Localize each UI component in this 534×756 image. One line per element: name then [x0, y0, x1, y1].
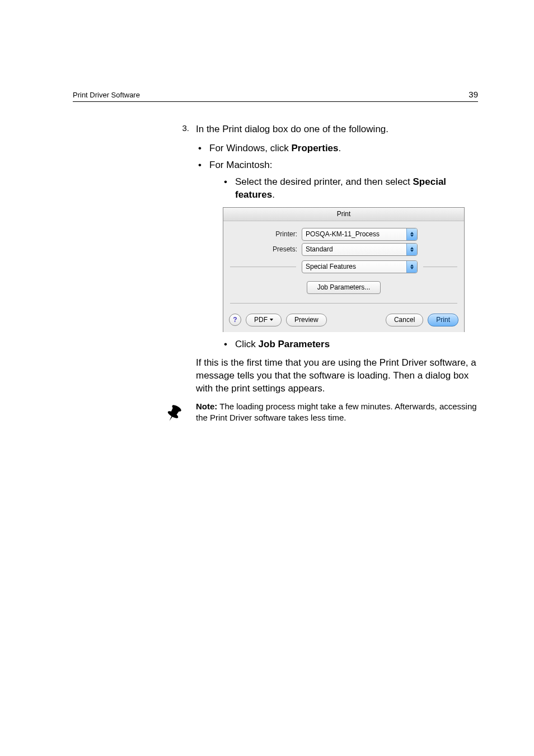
pane-select[interactable]: Special Features: [302, 260, 418, 273]
preview-button[interactable]: Preview: [286, 314, 327, 326]
dropdown-arrows-icon: [406, 261, 417, 273]
help-button[interactable]: ?: [229, 314, 241, 326]
help-icon: ?: [233, 315, 237, 325]
printer-label: Printer:: [230, 230, 302, 239]
preview-label: Preview: [294, 315, 318, 325]
sub-bullet-suffix: .: [272, 189, 275, 200]
bullet-windows: For Windows, click Properties.: [196, 142, 478, 155]
presets-select-value: Standard: [302, 244, 406, 255]
presets-select[interactable]: Standard: [302, 243, 418, 256]
body-paragraph: If this is the first time that you are u…: [174, 357, 478, 395]
step-text: In the Print dialog box do one of the fo…: [189, 123, 478, 136]
bullet-windows-bold: Properties: [291, 143, 338, 153]
page-number: 39: [469, 90, 478, 99]
bullet-mac: For Macintosh: Select the desired printe…: [196, 158, 478, 351]
step-3: 3. In the Print dialog box do one of the…: [174, 123, 478, 136]
section-title: Print Driver Software: [73, 91, 140, 99]
bullet-windows-prefix: For Windows, click: [209, 143, 291, 153]
dropdown-arrows-icon: [406, 244, 417, 255]
sub-bullet-prefix: Select the desired printer, and then sel…: [235, 176, 413, 187]
bullet-mac-text: For Macintosh:: [209, 160, 272, 170]
job-parameters-label: Job Parameters...: [317, 283, 371, 292]
step-number: 3.: [174, 123, 189, 136]
pdf-button[interactable]: PDF: [246, 314, 282, 326]
sub-bullet-select-printer: Select the desired printer, and then sel…: [222, 175, 478, 202]
cancel-label: Cancel: [394, 315, 415, 325]
bullet-windows-suffix: .: [339, 143, 341, 153]
divider: Special Features: [230, 260, 457, 273]
printer-select[interactable]: POSQA-KM-11_Process: [302, 228, 418, 241]
dropdown-arrows-icon: [406, 228, 417, 240]
note-label: Note:: [196, 402, 217, 411]
pdf-label: PDF: [254, 315, 268, 325]
note-pin-icon: [162, 401, 190, 427]
print-dialog-figure: Print Printer: POSQA-KM-11_Process: [223, 207, 465, 332]
pane-select-value: Special Features: [302, 261, 406, 273]
note-text: Note: The loading process might take a f…: [196, 401, 478, 424]
click-prefix: Click: [235, 339, 259, 349]
print-button[interactable]: Print: [428, 314, 458, 326]
dialog-title: Print: [223, 208, 464, 221]
print-label: Print: [436, 315, 450, 325]
divider: [230, 303, 457, 304]
click-bold: Job Parameters: [259, 339, 330, 349]
printer-select-value: POSQA-KM-11_Process: [302, 228, 406, 240]
presets-label: Presets:: [230, 245, 302, 254]
chevron-down-icon: [270, 319, 273, 321]
page-header: Print Driver Software 39: [73, 90, 478, 102]
sub-bullet-click-job-parameters: Click Job Parameters: [222, 338, 478, 351]
note-body: The loading process might take a few min…: [196, 402, 477, 422]
cancel-button[interactable]: Cancel: [386, 314, 423, 326]
job-parameters-button[interactable]: Job Parameters...: [307, 281, 381, 294]
